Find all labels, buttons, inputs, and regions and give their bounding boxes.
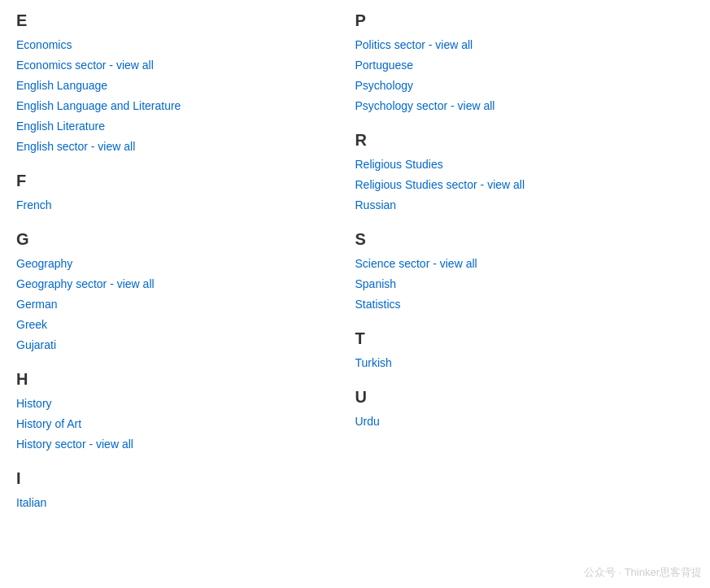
list-item: Portuguese bbox=[355, 57, 678, 74]
sector-link[interactable]: Economics sector - view all bbox=[16, 59, 154, 72]
subject-link[interactable]: Statistics bbox=[355, 298, 401, 311]
subject-link[interactable]: Russian bbox=[355, 198, 397, 211]
list-item: French bbox=[16, 197, 339, 214]
list-item: Turkish bbox=[355, 355, 678, 372]
section-letter: I bbox=[16, 469, 339, 488]
subject-link[interactable]: Greek bbox=[16, 318, 47, 331]
section-items: EconomicsEconomics sector - view allEngl… bbox=[16, 37, 339, 155]
column-1: PPolitics sector - view allPortuguesePsy… bbox=[355, 8, 695, 528]
list-item: Urdu bbox=[355, 413, 678, 430]
section-F: FFrench bbox=[16, 172, 339, 214]
section-letter: P bbox=[355, 11, 678, 30]
list-item: English Language bbox=[16, 77, 339, 94]
subject-link[interactable]: Turkish bbox=[355, 356, 392, 369]
subject-link[interactable]: English Literature bbox=[16, 120, 105, 133]
section-letter: G bbox=[16, 230, 339, 249]
list-item: Religious Studies bbox=[355, 156, 678, 173]
list-item: Economics sector - view all bbox=[16, 57, 339, 74]
section-items: Italian bbox=[16, 494, 339, 512]
section-items: Politics sector - view allPortuguesePsyc… bbox=[355, 37, 678, 115]
section-items: French bbox=[16, 197, 339, 214]
section-I: IItalian bbox=[16, 469, 339, 512]
sector-link[interactable]: English sector - view all bbox=[16, 140, 135, 153]
subject-link[interactable]: French bbox=[16, 198, 52, 211]
section-letter: E bbox=[16, 11, 339, 30]
list-item: English Language and Literature bbox=[16, 98, 339, 115]
subject-link[interactable]: Religious Studies bbox=[355, 158, 443, 171]
section-G: GGeographyGeography sector - view allGer… bbox=[16, 230, 339, 354]
subject-link[interactable]: English Language and Literature bbox=[16, 99, 181, 112]
list-item: Science sector - view all bbox=[355, 255, 678, 272]
sector-link[interactable]: History sector - view all bbox=[16, 438, 133, 451]
subject-link[interactable]: History of Art bbox=[16, 417, 81, 430]
section-E: EEconomicsEconomics sector - view allEng… bbox=[16, 11, 339, 155]
subject-link[interactable]: History bbox=[16, 397, 52, 410]
sector-link[interactable]: Science sector - view all bbox=[355, 257, 477, 270]
list-item: Statistics bbox=[355, 296, 678, 313]
list-item: Psychology sector - view all bbox=[355, 98, 678, 115]
section-P: PPolitics sector - view allPortuguesePsy… bbox=[355, 11, 678, 115]
section-letter: T bbox=[355, 329, 678, 348]
section-items: HistoryHistory of ArtHistory sector - vi… bbox=[16, 395, 339, 453]
subject-link[interactable]: Spanish bbox=[355, 277, 397, 290]
subject-link[interactable]: Economics bbox=[16, 38, 72, 51]
section-letter: R bbox=[355, 131, 678, 150]
list-item: Economics bbox=[16, 37, 339, 54]
list-item: English Literature bbox=[16, 118, 339, 135]
list-item: Geography sector - view all bbox=[16, 276, 339, 293]
section-items: GeographyGeography sector - view allGerm… bbox=[16, 255, 339, 354]
subject-link[interactable]: Gujarati bbox=[16, 338, 56, 351]
subject-link[interactable]: Portuguese bbox=[355, 59, 414, 72]
section-letter: H bbox=[16, 370, 339, 389]
section-S: SScience sector - view allSpanishStatist… bbox=[355, 230, 678, 313]
subject-link[interactable]: German bbox=[16, 298, 58, 311]
list-item: History bbox=[16, 395, 339, 412]
list-item: Psychology bbox=[355, 77, 678, 94]
section-letter: F bbox=[16, 172, 339, 190]
subject-link[interactable]: Italian bbox=[16, 496, 46, 509]
list-item: Politics sector - view all bbox=[355, 37, 678, 54]
list-item: Spanish bbox=[355, 276, 678, 293]
section-items: Religious StudiesReligious Studies secto… bbox=[355, 156, 678, 214]
section-items: Science sector - view allSpanishStatisti… bbox=[355, 255, 678, 313]
section-letter: S bbox=[355, 230, 678, 249]
subject-link[interactable]: Psychology bbox=[355, 79, 414, 92]
list-item: English sector - view all bbox=[16, 138, 339, 155]
subject-link[interactable]: Urdu bbox=[355, 415, 380, 428]
sector-link[interactable]: Psychology sector - view all bbox=[355, 99, 495, 112]
list-item: History sector - view all bbox=[16, 436, 339, 453]
section-letter: U bbox=[355, 388, 678, 407]
section-T: TTurkish bbox=[355, 329, 678, 372]
subject-link[interactable]: English Language bbox=[16, 79, 107, 92]
section-H: HHistoryHistory of ArtHistory sector - v… bbox=[16, 370, 339, 453]
list-item: History of Art bbox=[16, 416, 339, 433]
list-item: Russian bbox=[355, 197, 678, 214]
list-item: Geography bbox=[16, 255, 339, 272]
list-item: Italian bbox=[16, 494, 339, 512]
subject-link[interactable]: Geography bbox=[16, 257, 72, 270]
column-0: EEconomicsEconomics sector - view allEng… bbox=[16, 8, 355, 528]
main-columns: EEconomicsEconomics sector - view allEng… bbox=[16, 8, 694, 528]
section-R: RReligious StudiesReligious Studies sect… bbox=[355, 131, 678, 214]
list-item: Religious Studies sector - view all bbox=[355, 176, 678, 194]
list-item: Greek bbox=[16, 316, 339, 333]
section-items: Urdu bbox=[355, 413, 678, 430]
list-item: Gujarati bbox=[16, 337, 339, 354]
sector-link[interactable]: Geography sector - view all bbox=[16, 277, 155, 290]
list-item: German bbox=[16, 296, 339, 313]
section-items: Turkish bbox=[355, 355, 678, 372]
sector-link[interactable]: Religious Studies sector - view all bbox=[355, 178, 525, 191]
sector-link[interactable]: Politics sector - view all bbox=[355, 38, 473, 51]
section-U: UUrdu bbox=[355, 388, 678, 430]
